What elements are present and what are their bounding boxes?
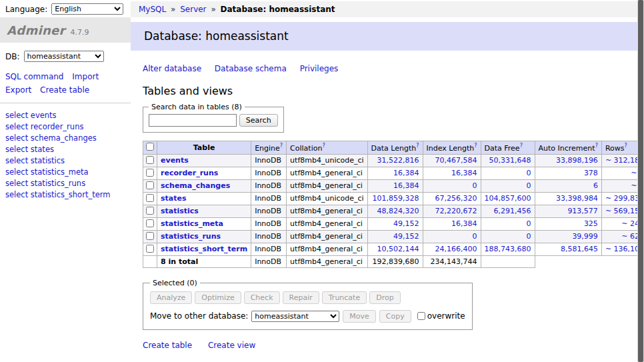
db-action-alter-database[interactable]: Alter database (143, 64, 201, 73)
cell-data-free-link[interactable]: 50,331,648 (489, 156, 531, 165)
cell-auto-increment-link[interactable]: 913,577 (567, 207, 598, 215)
overwrite-checkbox[interactable] (417, 312, 425, 320)
cell-data-length-link[interactable]: 31,522,816 (377, 156, 419, 165)
help-link[interactable]: ? (595, 143, 598, 149)
cell-auto-increment-link[interactable]: 378 (584, 169, 598, 177)
cell-data-free-link[interactable]: 0 (527, 219, 531, 228)
sidebar-link-select-events[interactable]: select events (5, 111, 125, 120)
column-header-data-length[interactable]: Data Length? (367, 141, 423, 155)
table-link-recorder-runs[interactable]: recorder_runs (161, 169, 218, 177)
cell-auto-increment-link[interactable]: 33,398,984 (556, 194, 598, 203)
cell-auto-increment-link[interactable]: 33,898,196 (556, 156, 598, 165)
help-link[interactable]: ? (280, 143, 283, 149)
cell-auto-increment-link[interactable]: 8,581,645 (561, 245, 598, 253)
breadcrumb-server[interactable]: Server (180, 5, 206, 14)
table-link-events[interactable]: events (161, 156, 189, 165)
sidebar-link-select-states[interactable]: select states (5, 145, 125, 154)
scrollbar[interactable] (637, 0, 644, 362)
help-link[interactable]: ? (474, 143, 477, 149)
sidebar-action-export[interactable]: Export (5, 85, 31, 95)
help-link[interactable]: ? (322, 143, 325, 149)
sidebar-link-select-statistics-meta[interactable]: select statistics_meta (5, 167, 125, 177)
app-name[interactable]: Adminer (7, 23, 65, 37)
help-link[interactable]: ? (416, 143, 419, 149)
table-link-statistics-runs[interactable]: statistics_runs (161, 232, 221, 241)
bulk-drop-button[interactable]: Drop (369, 291, 400, 304)
table-link-states[interactable]: states (161, 194, 187, 203)
cell-data-free-link[interactable]: 188,743,680 (485, 245, 531, 253)
cell-data-length-link[interactable]: 16,384 (393, 181, 419, 190)
cell-data-length-link[interactable]: 49,152 (393, 232, 419, 241)
row-checkbox[interactable] (146, 232, 154, 240)
cell-data-free-link[interactable]: 6,291,456 (494, 207, 531, 215)
bulk-analyze-button[interactable]: Analyze (150, 291, 192, 304)
cell-index-length-link[interactable]: 70,467,584 (435, 156, 477, 165)
move-db-select[interactable]: homeassistant (251, 311, 339, 322)
cell-index-length-link[interactable]: 16,384 (451, 219, 477, 228)
bulk-check-button[interactable]: Check (244, 291, 280, 304)
cell-index-length-link[interactable]: 67,256,320 (435, 194, 477, 203)
help-link[interactable]: ? (520, 143, 523, 149)
select-all-checkbox[interactable] (146, 143, 154, 151)
column-header-index-length[interactable]: Index Length? (423, 141, 481, 155)
row-checkbox[interactable] (146, 169, 154, 177)
create-link-create-table[interactable]: Create table (143, 341, 192, 350)
cell-data-length-link[interactable]: 49,152 (393, 219, 419, 228)
row-checkbox[interactable] (146, 207, 154, 215)
column-header-auto-increment[interactable]: Auto Increment? (535, 141, 601, 155)
breadcrumb-mysql[interactable]: MySQL (139, 5, 166, 14)
row-checkbox[interactable] (146, 245, 154, 253)
cell-auto-increment-link[interactable]: 6 (593, 181, 598, 190)
sidebar-action-create-table[interactable]: Create table (40, 85, 89, 95)
sidebar-link-select-statistics-short-term[interactable]: select statistics_short_term (5, 190, 125, 199)
language-select[interactable]: English (51, 3, 123, 15)
scrollbar-thumb[interactable] (638, 0, 643, 362)
column-header-collation[interactable]: Collation? (287, 141, 367, 155)
search-button[interactable]: Search (239, 114, 278, 127)
cell-data-length-link[interactable]: 48,824,320 (377, 207, 419, 215)
create-link-create-view[interactable]: Create view (208, 341, 255, 350)
search-input[interactable] (149, 114, 237, 127)
cell-index-length-link[interactable]: 24,166,400 (435, 245, 477, 253)
sidebar-link-select-schema-changes[interactable]: select schema_changes (5, 133, 125, 143)
row-checkbox[interactable] (146, 194, 154, 202)
help-link[interactable]: ? (624, 143, 627, 149)
cell-data-length-link[interactable]: 101,859,328 (373, 194, 419, 203)
bulk-repair-button[interactable]: Repair (283, 291, 319, 304)
copy-button[interactable]: Copy (379, 310, 411, 323)
db-action-database-schema[interactable]: Database schema (215, 64, 287, 73)
cell-index-length-link[interactable]: 0 (473, 181, 477, 190)
cell-index-length-link[interactable]: 0 (473, 232, 477, 241)
column-header-data-free[interactable]: Data Free? (481, 141, 535, 155)
sidebar-link-select-statistics-runs[interactable]: select statistics_runs (5, 179, 125, 188)
breadcrumb-separator: » (211, 5, 215, 14)
column-header-engine[interactable]: Engine? (251, 141, 287, 155)
cell-data-free-link[interactable]: 0 (527, 232, 531, 241)
table-link-statistics-short-term[interactable]: statistics_short_term (161, 245, 247, 253)
table-link-schema-changes[interactable]: schema_changes (161, 181, 230, 190)
cell-index-length-link[interactable]: 72,220,672 (435, 207, 477, 215)
sidebar-action-sql-command[interactable]: SQL command (5, 72, 63, 81)
db-action-privileges[interactable]: Privileges (300, 64, 339, 73)
bulk-truncate-button[interactable]: Truncate (322, 291, 367, 304)
cell-data-free-link[interactable]: 0 (527, 169, 531, 177)
sidebar-action-import[interactable]: Import (72, 72, 99, 81)
row-checkbox[interactable] (146, 181, 154, 189)
move-button[interactable]: Move (343, 310, 376, 323)
sidebar-link-select-recorder-runs[interactable]: select recorder_runs (5, 122, 125, 131)
column-header-table[interactable]: Table (157, 141, 251, 155)
bulk-optimize-button[interactable]: Optimize (195, 291, 241, 304)
cell-data-length-link[interactable]: 16,384 (393, 169, 419, 177)
row-checkbox[interactable] (146, 219, 154, 227)
cell-auto-increment-link[interactable]: 39,999 (572, 232, 598, 241)
table-link-statistics[interactable]: statistics (161, 207, 199, 215)
sidebar-link-select-statistics[interactable]: select statistics (5, 156, 125, 165)
row-checkbox[interactable] (146, 156, 154, 164)
table-link-statistics-meta[interactable]: statistics_meta (161, 219, 223, 228)
cell-auto-increment-link[interactable]: 325 (584, 219, 598, 228)
cell-data-length-link[interactable]: 10,502,144 (377, 245, 419, 253)
cell-data-free-link[interactable]: 0 (527, 181, 531, 190)
cell-index-length-link[interactable]: 16,384 (451, 169, 477, 177)
db-select[interactable]: homeassistant (24, 51, 104, 62)
cell-data-free-link[interactable]: 104,857,600 (485, 194, 531, 203)
